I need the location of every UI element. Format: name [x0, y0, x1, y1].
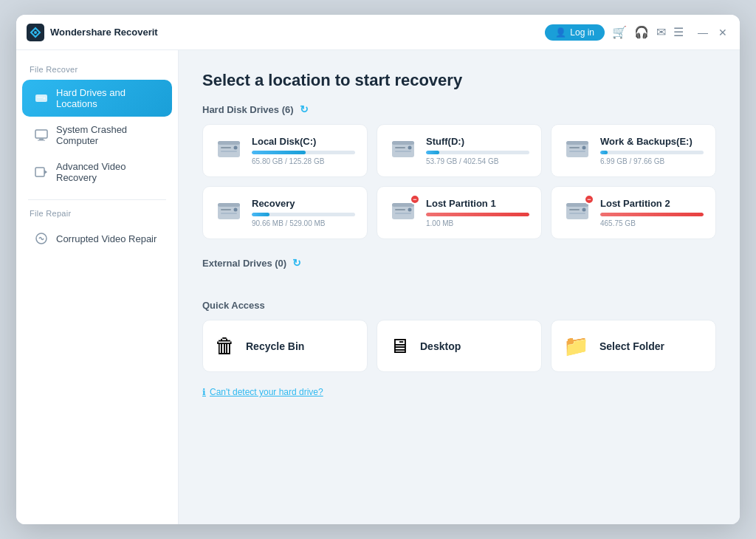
title-bar-right: 👤 Log in 🛒 🎧 ✉ ☰ — ✕ [545, 24, 729, 41]
drive-info-lost1: Lost Partition 1 1.00 MB [426, 198, 529, 227]
repair-icon [34, 231, 49, 246]
hard-disk-refresh-icon[interactable]: ↻ [300, 103, 309, 115]
quick-access-section-header: Quick Access [202, 300, 716, 311]
svg-rect-35 [395, 213, 411, 214]
drive-info-work-e: Work & Backups(E:) 6.99 GB / 97.66 GB [600, 136, 704, 165]
app-title: Wondershare Recoverit [50, 27, 158, 38]
drive-bar-lost2 [600, 213, 704, 216]
file-repair-label: File Repair [16, 209, 178, 224]
folder-icon: 📁 [563, 334, 589, 358]
quick-card-recycle-bin[interactable]: 🗑 Recycle Bin [202, 320, 368, 372]
svg-point-29 [234, 208, 238, 212]
drive-bar-c [252, 151, 306, 154]
close-button[interactable]: ✕ [716, 27, 729, 38]
headset-icon[interactable]: 🎧 [634, 25, 649, 39]
cant-detect-link[interactable]: ℹ Can't detect your hard drive? [202, 387, 716, 397]
drive-bar-e [600, 151, 608, 154]
drive-bar-wrap-lost2 [600, 213, 704, 216]
external-drives-refresh-icon[interactable]: ↻ [292, 257, 301, 269]
drive-card-local-c[interactable]: Local Disk(C:) 65.80 GB / 125.28 GB [202, 124, 368, 177]
video-icon [34, 165, 49, 179]
quick-card-desktop[interactable]: 🖥 Desktop [377, 320, 542, 372]
svg-point-34 [408, 208, 412, 212]
quick-card-select-folder[interactable]: 📁 Select Folder [551, 320, 716, 372]
svg-rect-28 [221, 209, 231, 210]
sidebar-label-advanced-video: Advanced Video Recovery [56, 161, 160, 183]
hard-disk-section-label: Hard Disk Drives (6) [202, 104, 294, 115]
drive-icon-recovery [215, 197, 243, 228]
app-window: Wondershare Recoverit 👤 Log in 🛒 🎧 ✉ ☰ —… [16, 15, 740, 524]
drive-bar-wrap-lost1 [426, 213, 529, 216]
svg-rect-15 [221, 151, 237, 152]
svg-rect-20 [395, 151, 411, 152]
drive-card-lost1[interactable]: − Lost Partition 1 1.00 MB [377, 186, 542, 239]
drive-size-recovery: 90.66 MB / 529.00 MB [252, 219, 355, 227]
svg-point-4 [44, 97, 46, 100]
drive-grid: Local Disk(C:) 65.80 GB / 125.28 GB [202, 124, 716, 239]
svg-point-19 [408, 146, 412, 150]
drive-size-e: 6.99 GB / 97.66 GB [600, 157, 704, 165]
svg-rect-7 [38, 140, 45, 141]
svg-point-1 [34, 31, 37, 34]
drive-icon-lost1: − [389, 197, 417, 228]
drive-card-lost2[interactable]: − Lost Partition 2 465.75 GB [551, 186, 716, 239]
hdd-icon-e [563, 135, 591, 163]
sidebar-item-hard-drives[interactable]: Hard Drives and Locations [22, 80, 172, 117]
lost-badge-2: − [584, 194, 594, 205]
mail-icon[interactable]: ✉ [656, 25, 666, 39]
drive-card-recovery[interactable]: Recovery 90.66 MB / 529.00 MB [202, 186, 368, 239]
drive-card-work-e[interactable]: Work & Backups(E:) 6.99 GB / 97.66 GB [551, 124, 716, 177]
sidebar-item-advanced-video[interactable]: Advanced Video Recovery [22, 154, 172, 190]
svg-point-39 [583, 208, 586, 212]
app-logo-icon [27, 24, 44, 41]
monitor-icon [34, 128, 49, 143]
drive-icon-local-c [215, 135, 243, 166]
external-drives-label: External Drives (0) [202, 258, 286, 269]
desktop-label: Desktop [420, 340, 461, 352]
svg-rect-13 [221, 147, 231, 148]
sidebar-label-system-crashed: System Crashed Computer [56, 124, 160, 146]
minimize-button[interactable]: — [695, 27, 710, 38]
drive-size-lost2: 465.75 GB [600, 219, 704, 227]
drive-size-lost1: 1.00 MB [426, 219, 529, 227]
hard-drive-icon [34, 91, 49, 106]
drive-name-lost1: Lost Partition 1 [426, 198, 529, 209]
menu-icon[interactable]: ☰ [673, 25, 684, 39]
svg-rect-6 [39, 139, 44, 140]
window-controls: — ✕ [695, 27, 729, 38]
drive-name-work-e: Work & Backups(E:) [600, 136, 704, 147]
drive-icon-work-e [563, 135, 591, 166]
hdd-icon-c [215, 135, 243, 163]
hdd-icon-d [389, 135, 417, 163]
cart-icon[interactable]: 🛒 [612, 25, 627, 39]
drive-bar-wrap-e [600, 151, 704, 154]
svg-rect-2 [35, 95, 47, 102]
hdd-icon-recovery [215, 197, 243, 225]
svg-rect-22 [566, 141, 588, 145]
svg-rect-38 [569, 209, 580, 210]
drive-bar-d [426, 151, 439, 154]
title-bar-left: Wondershare Recoverit [27, 24, 158, 41]
title-bar: Wondershare Recoverit 👤 Log in 🛒 🎧 ✉ ☰ —… [16, 15, 740, 50]
svg-rect-27 [218, 203, 240, 207]
drive-bar-wrap-recovery [252, 213, 355, 216]
svg-rect-12 [218, 141, 240, 145]
svg-rect-32 [392, 203, 414, 207]
content-area: Select a location to start recovery Hard… [179, 50, 740, 524]
sidebar-item-corrupted-video[interactable]: Corrupted Video Repair [22, 224, 172, 253]
drive-card-stuff-d[interactable]: Stuff(D:) 53.79 GB / 402.54 GB [377, 124, 542, 177]
svg-marker-9 [44, 170, 47, 174]
info-circle-icon: ℹ [202, 387, 206, 397]
drive-bar-wrap-d [426, 151, 529, 154]
svg-rect-37 [566, 203, 588, 207]
main-layout: File Recover Hard Drives and Locations S… [16, 50, 740, 524]
svg-point-14 [234, 146, 238, 150]
login-button[interactable]: 👤 Log in [545, 24, 605, 41]
drive-info-stuff-d: Stuff(D:) 53.79 GB / 402.54 GB [426, 136, 529, 165]
file-recover-label: File Recover [16, 65, 178, 80]
drive-bar-recovery [252, 213, 269, 216]
content-title: Select a location to start recovery [202, 71, 716, 90]
sidebar-item-system-crashed[interactable]: System Crashed Computer [22, 117, 172, 154]
drive-size-c: 65.80 GB / 125.28 GB [252, 157, 355, 165]
user-icon: 👤 [555, 27, 566, 38]
